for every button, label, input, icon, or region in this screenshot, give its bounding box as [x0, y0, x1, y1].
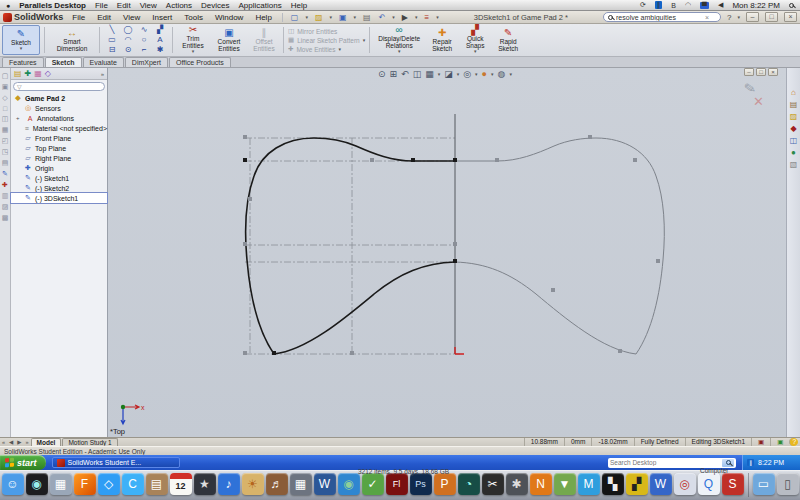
dock-icon-address-book[interactable]: ▤	[146, 473, 168, 495]
mac-menu-applications[interactable]: Applications	[239, 1, 282, 10]
sw-menu-help[interactable]: Help	[252, 13, 274, 22]
open-icon[interactable]: ▨	[314, 13, 324, 22]
volume-icon[interactable]: ◀	[718, 1, 723, 9]
taskbar-search-button[interactable]	[722, 459, 734, 467]
save-icon[interactable]: ▣	[338, 13, 348, 22]
design-library-icon[interactable]: ▤	[790, 100, 798, 109]
pattern-tool-icon[interactable]: ✱	[157, 45, 164, 55]
left-toolbar-icon[interactable]: ▣	[2, 83, 9, 91]
tree-item-sensors[interactable]: ◎Sensors	[11, 103, 107, 113]
arc-tool-icon[interactable]: ◠	[125, 35, 132, 45]
panel-overflow-icon[interactable]: »	[101, 71, 104, 77]
display-delete-relations-button[interactable]: ∞ Display/Delete Relations ▾	[374, 25, 424, 55]
ellipse-tool-icon[interactable]: ○	[142, 35, 147, 45]
dock-icon-dashboard[interactable]: ◉	[26, 473, 48, 495]
expander-icon[interactable]: +	[16, 115, 23, 121]
dock-icon-painter[interactable]: P	[434, 473, 456, 495]
sync-icon[interactable]: ⟳	[640, 1, 646, 9]
dock-icon-parallels[interactable]: ◎	[674, 473, 696, 495]
new-document-icon[interactable]: ▢	[290, 13, 300, 22]
tree-filter-input[interactable]	[24, 83, 94, 90]
dock-icon-msn[interactable]: M	[578, 473, 600, 495]
sw-search-box[interactable]: ×	[603, 12, 721, 22]
featuremanager-tab-icon[interactable]: ▤	[14, 69, 22, 78]
endpoint-markers[interactable]	[243, 158, 457, 355]
appearances-icon[interactable]: ●	[791, 148, 796, 157]
dock-icon-front-row[interactable]: ▦	[290, 473, 312, 495]
left-toolbar-icon[interactable]: ▥	[2, 192, 9, 200]
dock-icon-trash[interactable]: ▯	[777, 473, 799, 495]
left-toolbar-icon[interactable]: ◰	[2, 137, 9, 145]
mac-menu-edit[interactable]: Edit	[117, 1, 131, 10]
dock-icon-word[interactable]: W	[314, 473, 336, 495]
taskbar-button-solidworks[interactable]: SolidWorks Student E...	[52, 457, 180, 468]
prev-tab-button[interactable]: ◀	[7, 439, 15, 445]
spline-point-markers[interactable]	[243, 135, 660, 355]
construction-tool-icon[interactable]: ▞	[157, 25, 163, 35]
tab-office-products[interactable]: Office Products	[169, 57, 231, 67]
repair-sketch-button[interactable]: ✚ Repair Sketch	[427, 25, 457, 55]
view-palette-icon[interactable]: ◫	[790, 136, 798, 145]
quick-tips-icon[interactable]: ?	[789, 438, 798, 446]
dock-icon-iphoto[interactable]: ☀	[242, 473, 264, 495]
left-toolbar-icon[interactable]: ✚	[2, 181, 8, 189]
spotlight-icon[interactable]	[789, 1, 794, 10]
tree-item-sketch1[interactable]: ✎(-) Sketch1	[11, 173, 107, 183]
dock-icon-quicktime[interactable]: Q	[698, 473, 720, 495]
undo-icon[interactable]: ↶	[378, 13, 387, 22]
mac-menu-file[interactable]: File	[95, 1, 108, 10]
tree-item-origin[interactable]: ✚Origin	[11, 163, 107, 173]
left-toolbar-icon[interactable]: ◫	[2, 115, 9, 123]
dock-icon-photoshop[interactable]: Ps	[410, 473, 432, 495]
solidworks-forum-icon[interactable]: ◆	[790, 124, 796, 133]
slot-tool-icon[interactable]: ⊟	[109, 45, 116, 55]
sw-menu-window[interactable]: Window	[212, 13, 246, 22]
tab-evaluate[interactable]: Evaluate	[83, 57, 124, 67]
tree-item-front-plane[interactable]: ▱Front Plane	[11, 133, 107, 143]
left-toolbar-icon[interactable]: ▩	[2, 214, 9, 222]
options-icon[interactable]: ≡	[424, 13, 431, 22]
left-toolbar-icon[interactable]: ▤	[2, 159, 9, 167]
tree-filter-box[interactable]: ▽	[13, 82, 105, 91]
dock-icon-finder[interactable]: ☺	[2, 473, 24, 495]
sketch-button[interactable]: ✎ Sketch ▾	[2, 25, 40, 55]
search-clear-icon[interactable]: ×	[705, 14, 709, 21]
dock-icon-gear-app[interactable]: ✱	[506, 473, 528, 495]
tree-item-top-plane[interactable]: ▱Top Plane	[11, 143, 107, 153]
taskbar-search-input[interactable]	[610, 459, 720, 466]
dock-icon-time-machine[interactable]: ◔	[458, 473, 480, 495]
window-restore-button[interactable]: □	[765, 12, 778, 22]
rapid-sketch-button[interactable]: ✎ Rapid Sketch	[493, 25, 523, 55]
tree-root[interactable]: ◆Game Pad 2	[11, 93, 107, 103]
mac-menu-actions[interactable]: Actions	[166, 1, 192, 10]
left-toolbar-icon[interactable]: ▨	[2, 203, 9, 211]
point-tool-icon[interactable]: ⊙	[125, 45, 132, 55]
tab-model[interactable]: Model	[31, 438, 62, 446]
left-toolbar-icon[interactable]: □	[3, 105, 7, 112]
left-toolbar-icon[interactable]: ✎	[2, 170, 8, 178]
sw-menu-insert[interactable]: Insert	[149, 13, 175, 22]
apple-logo-icon[interactable]: ●	[6, 2, 10, 9]
tab-features[interactable]: Features	[2, 57, 44, 67]
sw-menu-tools[interactable]: Tools	[181, 13, 206, 22]
smart-dimension-button[interactable]: ↔ Smart Dimension	[49, 25, 95, 55]
dock-icon-orange-app[interactable]: N	[530, 473, 552, 495]
sketch-left-outline[interactable]	[246, 138, 455, 354]
dock-icon-itunes[interactable]: ♪	[218, 473, 240, 495]
circle-tool-icon[interactable]: ◯	[124, 25, 133, 35]
dimxpertmanager-tab-icon[interactable]: ◇	[45, 69, 51, 78]
sketch-canvas[interactable]: x *Top	[108, 68, 786, 437]
dock-icon-preview[interactable]: ▦	[50, 473, 72, 495]
wifi-icon[interactable]: ◠	[685, 1, 691, 9]
sketch-right-outline[interactable]	[455, 138, 664, 354]
dock-icon-green-utility[interactable]: ✓	[362, 473, 384, 495]
dock-icon-google-earth[interactable]: ◉	[338, 473, 360, 495]
next-tab-button[interactable]: ▶	[15, 439, 23, 445]
custom-properties-icon[interactable]: ▧	[790, 160, 798, 169]
tree-item-sketch2[interactable]: ✎(-) Sketch2	[11, 183, 107, 193]
dock-icon-ichat[interactable]: C	[122, 473, 144, 495]
mac-menu-help[interactable]: Help	[291, 1, 307, 10]
window-minimize-button[interactable]: –	[746, 12, 759, 22]
file-explorer-icon[interactable]: ▨	[790, 112, 798, 121]
start-button[interactable]: start	[0, 455, 46, 470]
